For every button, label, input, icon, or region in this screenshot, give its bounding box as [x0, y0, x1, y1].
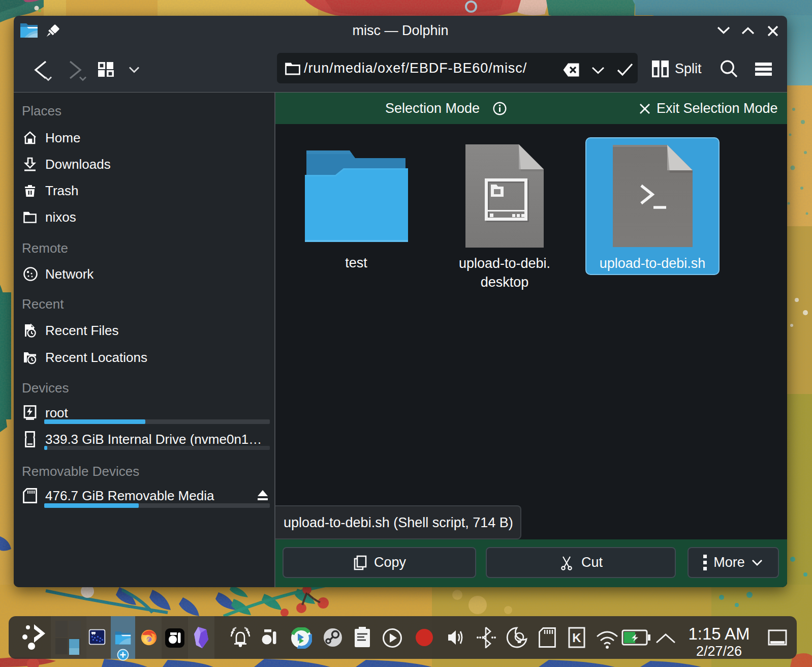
svg-text:K: K — [572, 631, 581, 645]
